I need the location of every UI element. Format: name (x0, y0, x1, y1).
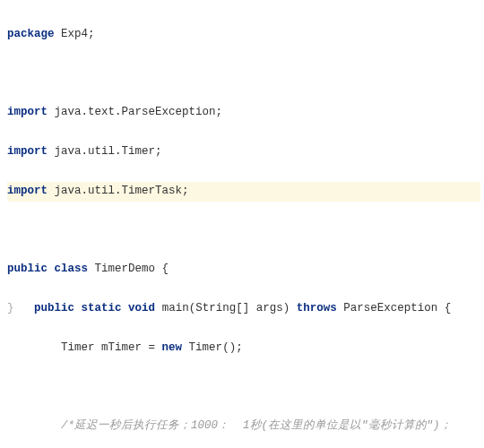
line-class-decl: public class TimerDemo { (7, 260, 480, 280)
blank-line (7, 378, 480, 398)
blank-line (7, 221, 480, 241)
semi: ; (182, 185, 189, 197)
blank-line (7, 65, 480, 84)
line-main-decl: } public static void main(String[] args)… (7, 299, 480, 319)
line-package: package Exp4; (7, 25, 480, 45)
keyword-import: import (7, 185, 48, 197)
rparen: ) (283, 302, 290, 314)
line-import-1: import java.text.ParseException; (7, 103, 480, 123)
exception-type: ParseException (343, 302, 437, 314)
type-name: Timer (61, 341, 95, 354)
line-import-2: import java.util.Timer; (7, 142, 480, 162)
keyword-public: public (7, 263, 48, 275)
package-name: Exp4 (61, 28, 88, 40)
param-type: String[] (195, 302, 249, 314)
keyword-class: class (55, 263, 89, 275)
param-name: args (256, 302, 283, 314)
keyword-void: void (128, 302, 155, 314)
line-timer-var: Timer mTimer = new Timer(); (7, 339, 480, 358)
keyword-package: package (7, 28, 55, 40)
keyword-import: import (7, 106, 48, 118)
import-path: java.text.ParseException (55, 106, 216, 118)
import-path: java.util.TimerTask (55, 185, 183, 197)
keyword-static: static (82, 302, 122, 314)
block-comment: /*延迟一秒后执行任务；1000： 1秒(在这里的单位是以"毫秒计算的")； (61, 419, 452, 432)
semi: ; (236, 341, 243, 354)
keyword-import: import (7, 145, 48, 158)
semi: ; (88, 28, 95, 40)
lparen: ( (222, 341, 229, 354)
code-editor: package Exp4; import java.text.ParseExce… (0, 0, 484, 448)
semi: ; (216, 106, 223, 118)
var-name: mTimer (101, 341, 142, 354)
class-name: TimerDemo (95, 263, 156, 275)
ctor-name: Timer (189, 341, 223, 354)
import-path: java.util.Timer (55, 145, 156, 158)
lbrace: { (445, 302, 452, 314)
keyword-throws: throws (297, 302, 337, 314)
method-name: main (162, 302, 189, 314)
eq: = (142, 341, 162, 354)
keyword-public: public (34, 302, 74, 314)
lbrace: { (162, 263, 169, 275)
semi: ; (155, 145, 162, 158)
fold-gutter-icon: } (7, 302, 14, 314)
line-comment-1: /*延迟一秒后执行任务；1000： 1秒(在这里的单位是以"毫秒计算的")； (7, 417, 480, 436)
line-import-3: import java.util.TimerTask; (7, 182, 480, 202)
keyword-new: new (162, 341, 183, 354)
